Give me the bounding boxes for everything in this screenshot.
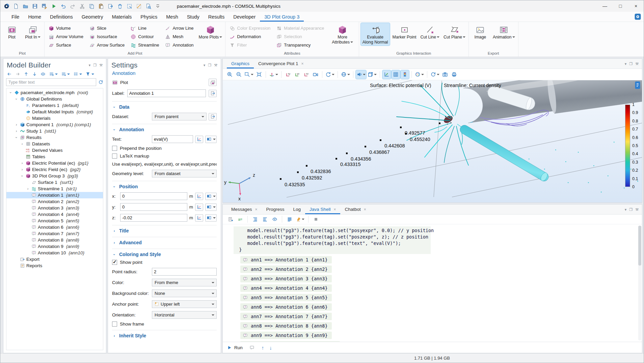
tree-item-materials[interactable]: Materials [6,115,103,121]
transparency-view-button[interactable] [367,70,377,79]
ribbon-tab-study[interactable]: Study [183,12,204,22]
orientation-select[interactable]: Horizontal [152,311,217,319]
chevron-down-icon[interactable]: › [15,97,18,101]
undo-icon[interactable] [60,3,66,9]
run-button[interactable]: Run [227,345,243,350]
ribbon-button-annotation[interactable]: TAnnotation [163,41,196,49]
tree-item-study-1[interactable]: ›Study 1{std1} [6,128,103,134]
view-xy-button[interactable]: xy [284,70,292,79]
go-to-view-button[interactable] [268,70,279,79]
redo-icon[interactable] [70,3,76,9]
close-tab-icon[interactable]: × [301,61,304,66]
tree-item-pacemaker_electrode.mph[interactable]: ›pacemaker_electrode.mph(root) [6,89,103,96]
tree-item-annotation-1[interactable]: TAnnotation 1{ann1} [6,192,103,198]
pin-panel-icon[interactable]: ⚒ [635,62,639,66]
nav-forward-icon[interactable] [15,72,20,77]
float-panel-icon[interactable]: ❐ [629,62,633,66]
ribbon-tab-geometry[interactable]: Geometry [77,12,108,22]
tree-item-datasets[interactable]: ›Datasets [6,141,103,147]
ribbon-button-plot-in[interactable]: Plot In [23,23,43,40]
tree-item-annotation-8[interactable]: TAnnotation 8{ann8} [6,237,103,243]
go-to-source-button[interactable] [209,113,217,120]
maximize-button[interactable]: □ [613,0,628,12]
annotation-text-input[interactable] [152,135,193,143]
save-icon[interactable] [32,3,38,9]
command-prompt-icon[interactable] [248,344,256,351]
show-hidden-button[interactable] [270,215,279,224]
expand-all-icon[interactable] [61,72,70,77]
delete-icon[interactable] [117,3,123,9]
pin-panel-icon[interactable]: ⚒ [635,207,639,212]
ribbon-button-mesh[interactable]: Mesh [163,32,196,41]
tree-item-annotation-9[interactable]: TAnnotation 9{ann9} [6,243,103,250]
tree-item-tables[interactable]: Tables [6,153,103,160]
section-position[interactable]: ›Position [112,184,217,189]
split-expression-button[interactable] [205,203,217,211]
close-button[interactable]: × [628,0,644,12]
chevron-right-icon[interactable]: › [20,142,24,146]
tree-item-annotation-3[interactable]: TAnnotation 3{ann3} [6,205,103,211]
move-down-icon[interactable] [32,72,37,77]
ribbon-button-more-plots[interactable]: More Plots [197,23,224,40]
ribbon-button-transparency[interactable]: Transparency [274,41,326,49]
chevron-right-icon[interactable]: › [26,187,30,191]
scroll-down-icon[interactable]: ↓ [269,345,272,351]
ribbon-tab-physics[interactable]: Physics [136,12,162,22]
panel-menu-icon[interactable]: ▾ [625,62,627,66]
tree-item-electric-potential-(ec)[interactable]: ›Electric Potential (ec){pg1} [6,160,103,166]
java-shell-output[interactable]: model.result("pg3").feature(tag).set("po… [223,224,642,342]
ribbon-button-deformation[interactable]: Deformation [227,32,273,41]
show-frame-checkbox[interactable] [112,322,117,327]
tab-messages[interactable]: Messages× [227,204,262,214]
latex-markup-checkbox[interactable] [112,153,117,159]
copy-icon[interactable] [89,3,95,9]
ribbon-button-contour[interactable]: Contour [128,32,161,41]
geometry-level-select[interactable]: From dataset [152,170,217,177]
line-list-button[interactable] [285,215,294,224]
background-color-select[interactable]: None [152,289,217,297]
section-inherit-style[interactable]: ›Inherit Style [112,333,217,338]
chevron-down-icon[interactable]: › [9,90,12,95]
tab-java-shell[interactable]: Java Shell× [305,204,340,214]
indent-more-button[interactable] [251,215,259,224]
graphics-helper-icon[interactable] [635,81,640,89]
tree-item-annotation-5[interactable]: TAnnotation 5{ann5} [6,218,103,224]
color-select[interactable]: From theme [152,279,217,286]
tree-item-results[interactable]: ›Results [6,134,103,141]
ribbon-button-cut-plane[interactable]: Cut Plane [442,23,467,40]
graphics-canvas[interactable]: z y x 0.4925770.4552400.4426080.4368670.… [223,80,642,202]
rotate-button[interactable] [325,70,335,79]
tree-item-surface-1[interactable]: Surface 1{surf1} [6,179,103,186]
tree-item-annotation-6[interactable]: TAnnotation 6{ann6} [6,224,103,230]
tree-item-annotation-7[interactable]: TAnnotation 7{ann7} [6,230,103,237]
tree-item-global-definitions[interactable]: ›Global Definitions [6,96,103,102]
move-up-icon[interactable] [24,72,29,77]
split-expression-button[interactable] [205,136,217,143]
save-as-icon[interactable] [42,3,47,9]
ribbon-tab-3d-plot-group-3[interactable]: 3D Plot Group 3 [260,12,304,22]
filter-tree-icon[interactable] [85,72,94,77]
panel-menu-icon[interactable]: ▾ [625,207,627,212]
tree-item-annotation-10[interactable]: TAnnotation 10{ann10} [6,250,103,256]
section-coloring-style[interactable]: ›Coloring and Style [112,252,217,257]
tab-convergence-plot-1[interactable]: Convergence Plot 1× [254,59,308,68]
range-button[interactable] [195,203,203,211]
tree-item-electric-field-(ec)[interactable]: ›*Electric Field (ec){pg2} [6,166,103,173]
dataset-select[interactable]: From parent [152,113,207,120]
tree-item-derived-values[interactable]: 8.85e-12Derived Values [6,147,103,153]
tab-chatbot[interactable]: Chatbot× [340,204,370,214]
tree-item-export[interactable]: Export [6,256,103,262]
stop-process-button[interactable] [312,215,320,224]
ribbon-button-image[interactable]: Image [471,23,490,40]
float-panel-icon[interactable]: ❐ [629,207,633,212]
scroll-up-icon[interactable]: ↑ [262,345,264,351]
plot-button[interactable]: Plot [120,80,128,85]
paste-icon[interactable] [98,3,104,9]
assign-check-button[interactable]: a= [236,215,244,224]
show-grid-button[interactable] [392,70,400,79]
tree-item-reports[interactable]: Reports [6,262,103,269]
position-x-input[interactable] [120,192,187,200]
anchor-point-select[interactable]: Upper left [152,300,217,308]
ribbon-tab-definitions[interactable]: Definitions [46,12,77,22]
console-scrollbar[interactable] [638,226,641,340]
